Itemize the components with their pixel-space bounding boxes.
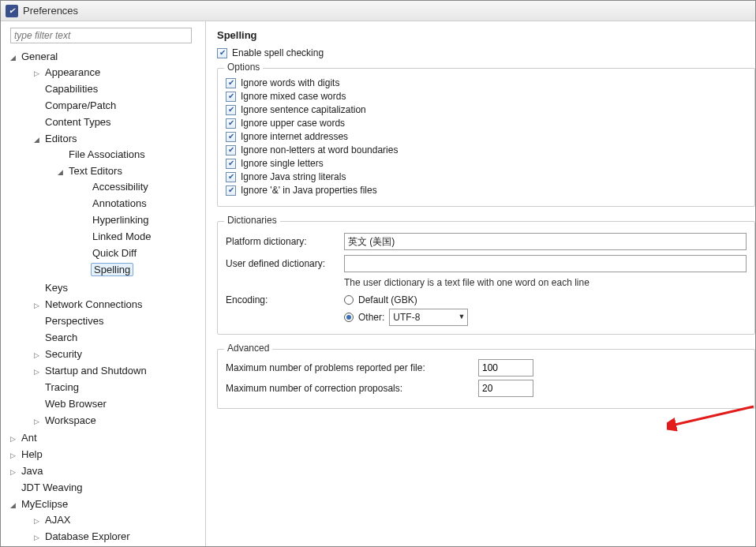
ignore-uppercase-label: Ignore upper case words bbox=[241, 118, 345, 129]
expand-icon[interactable]: ▷ bbox=[32, 298, 40, 313]
advanced-legend: Advanced bbox=[224, 343, 272, 354]
tree-node-content-types[interactable]: Content Types bbox=[43, 116, 113, 128]
encoding-other-label: Other: bbox=[358, 312, 384, 323]
max-proposals-label: Maximum number of correction proposals: bbox=[226, 383, 478, 394]
tree-node-quick-diff[interactable]: Quick Diff bbox=[91, 247, 138, 259]
title-bar: ✔ Preferences bbox=[1, 1, 755, 21]
tree-node-security[interactable]: Security bbox=[43, 348, 84, 360]
tree-node-startup-shutdown[interactable]: Startup and Shutdown bbox=[43, 365, 148, 377]
encoding-other-value: UTF-8 bbox=[393, 312, 420, 323]
expand-icon[interactable]: ▷ bbox=[9, 432, 17, 447]
expand-icon[interactable]: ▷ bbox=[9, 448, 17, 463]
expand-icon[interactable]: ▷ bbox=[32, 348, 40, 363]
max-problems-label: Maximum number of problems reported per … bbox=[226, 362, 478, 373]
dictionaries-fieldset: Dictionaries Platform dictionary: 英文 (美国… bbox=[217, 221, 755, 335]
filter-input[interactable] bbox=[10, 28, 192, 43]
ignore-amp-checkbox[interactable]: ✔ bbox=[226, 185, 236, 196]
tree-node-file-associations[interactable]: File Associations bbox=[67, 148, 147, 160]
expand-icon[interactable]: ▷ bbox=[32, 66, 40, 81]
app-icon: ✔ bbox=[6, 5, 18, 17]
preference-page: Spelling ✔ Enable spell checking Options… bbox=[206, 21, 755, 546]
ignore-internet-label: Ignore internet addresses bbox=[241, 131, 348, 142]
expand-icon[interactable]: ▷ bbox=[32, 414, 40, 429]
tree-node-perspectives[interactable]: Perspectives bbox=[43, 315, 105, 327]
ignore-nonletters-label: Ignore non-letters at word boundaries bbox=[241, 144, 398, 155]
advanced-fieldset: Advanced Maximum number of problems repo… bbox=[217, 349, 755, 409]
encoding-other-combo[interactable]: UTF-8 ▼ bbox=[389, 309, 468, 326]
expand-icon[interactable]: ▷ bbox=[32, 514, 40, 529]
tree-node-spelling[interactable]: Spelling bbox=[91, 263, 133, 276]
enable-spellcheck-label: Enable spell checking bbox=[232, 47, 324, 58]
encoding-default-radio[interactable] bbox=[344, 295, 354, 305]
expand-icon[interactable]: ◢ bbox=[32, 133, 40, 148]
user-dict-label: User defined dictionary: bbox=[226, 258, 344, 269]
ignore-nonletters-checkbox[interactable]: ✔ bbox=[226, 145, 236, 155]
dictionaries-legend: Dictionaries bbox=[224, 215, 280, 226]
ignore-internet-checkbox[interactable]: ✔ bbox=[226, 132, 236, 142]
tree-node-java[interactable]: Java bbox=[20, 465, 44, 477]
tree-node-database-explorer[interactable]: Database Explorer bbox=[43, 530, 132, 542]
tree-node-network-connections[interactable]: Network Connections bbox=[43, 298, 144, 310]
tree-node-linked-mode[interactable]: Linked Mode bbox=[91, 230, 152, 242]
ignore-sentencecap-checkbox[interactable]: ✔ bbox=[226, 105, 236, 115]
ignore-uppercase-checkbox[interactable]: ✔ bbox=[226, 118, 236, 129]
svg-line-0 bbox=[672, 407, 754, 425]
tree-node-web-browser[interactable]: Web Browser bbox=[43, 398, 108, 410]
tree-node-tracing[interactable]: Tracing bbox=[43, 381, 80, 393]
page-title: Spelling bbox=[217, 29, 755, 41]
tree-node-appearance[interactable]: Appearance bbox=[43, 66, 102, 78]
ignore-amp-label: Ignore '&' in Java properties files bbox=[241, 185, 377, 196]
encoding-label: Encoding: bbox=[226, 294, 344, 326]
encoding-other-radio[interactable] bbox=[344, 313, 354, 322]
tree-node-myeclipse[interactable]: MyEclipse bbox=[20, 498, 69, 510]
tree-node-capabilities[interactable]: Capabilities bbox=[43, 83, 99, 95]
expand-icon[interactable]: ◢ bbox=[56, 165, 64, 180]
tree-node-text-editors[interactable]: Text Editors bbox=[67, 165, 124, 177]
encoding-default-label: Default (GBK) bbox=[358, 294, 417, 305]
tree-node-compare-patch[interactable]: Compare/Patch bbox=[43, 99, 118, 111]
ignore-mixedcase-checkbox[interactable]: ✔ bbox=[226, 92, 236, 102]
expand-icon[interactable]: ◢ bbox=[9, 51, 17, 66]
tree-node-jdt-weaving[interactable]: JDT Weaving bbox=[20, 481, 84, 493]
tree-node-ant[interactable]: Ant bbox=[20, 432, 39, 444]
tree-node-annotations[interactable]: Annotations bbox=[91, 197, 148, 209]
tree-node-search[interactable]: Search bbox=[43, 332, 79, 343]
max-problems-input[interactable] bbox=[478, 359, 533, 377]
ignore-single-checkbox[interactable]: ✔ bbox=[226, 159, 236, 169]
preference-tree-pane: ◢General ▷Appearance Capabilities Compar… bbox=[1, 21, 206, 546]
options-fieldset: Options ✔Ignore words with digits ✔Ignor… bbox=[217, 68, 755, 207]
ignore-sentencecap-label: Ignore sentence capitalization bbox=[241, 104, 366, 115]
enable-spellcheck-checkbox[interactable]: ✔ bbox=[217, 48, 227, 58]
platform-dict-label: Platform dictionary: bbox=[226, 236, 344, 247]
tree-node-editors[interactable]: Editors bbox=[43, 133, 78, 144]
platform-dict-combo[interactable]: 英文 (美国) bbox=[344, 233, 747, 250]
tree-node-hyperlinking[interactable]: Hyperlinking bbox=[91, 214, 151, 226]
max-proposals-input[interactable] bbox=[478, 380, 533, 397]
ignore-mixedcase-label: Ignore mixed case words bbox=[241, 91, 346, 102]
ignore-javastring-label: Ignore Java string literals bbox=[241, 171, 346, 182]
window-title: Preferences bbox=[23, 5, 78, 17]
tree-node-help[interactable]: Help bbox=[20, 448, 44, 460]
ignore-javastring-checkbox[interactable]: ✔ bbox=[226, 172, 236, 182]
tree-node-accessibility[interactable]: Accessibility bbox=[91, 181, 150, 193]
ignore-digits-label: Ignore words with digits bbox=[241, 77, 339, 88]
user-dict-input[interactable] bbox=[344, 255, 747, 272]
tree-node-keys[interactable]: Keys bbox=[43, 282, 69, 294]
preference-tree[interactable]: ◢General ▷Appearance Capabilities Compar… bbox=[7, 48, 202, 546]
options-legend: Options bbox=[224, 62, 263, 73]
tree-node-general[interactable]: General bbox=[20, 51, 59, 62]
expand-icon[interactable]: ◢ bbox=[9, 498, 17, 513]
tree-node-workspace[interactable]: Workspace bbox=[43, 414, 98, 426]
user-dict-hint: The user dictionary is a text file with … bbox=[344, 277, 747, 288]
tree-node-ajax[interactable]: AJAX bbox=[43, 514, 73, 526]
ignore-digits-checkbox[interactable]: ✔ bbox=[226, 78, 236, 88]
expand-icon[interactable]: ▷ bbox=[32, 530, 40, 545]
expand-icon[interactable]: ▷ bbox=[32, 365, 40, 380]
expand-icon[interactable]: ▷ bbox=[9, 465, 17, 480]
chevron-down-icon: ▼ bbox=[458, 313, 465, 320]
ignore-single-label: Ignore single letters bbox=[241, 158, 324, 169]
